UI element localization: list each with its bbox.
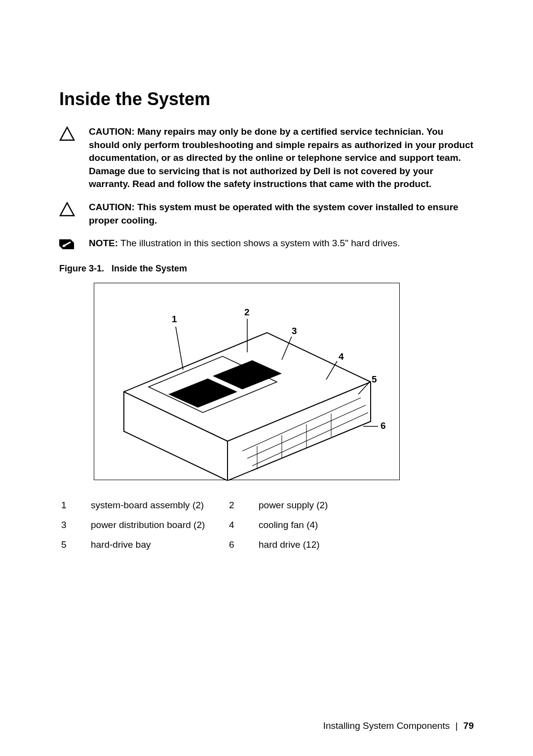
legend-text: cooling fan (4) [259,520,387,530]
legend-text: hard-drive bay [91,539,219,550]
note-label: NOTE: [89,238,118,248]
legend-num: 1 [61,500,81,511]
page-footer: Installing System Components | 79 [323,720,474,731]
diagram-label-4: 4 [339,351,344,362]
caution-text: CAUTION: This system must be operated wi… [89,201,474,227]
legend-num: 2 [229,500,249,511]
diagram-label-6: 6 [381,420,386,431]
diagram-label-1: 1 [172,314,177,325]
legend-num: 4 [229,520,249,530]
legend-num: 3 [61,520,81,530]
figure-caption: Figure 3-1. Inside the System [59,264,474,274]
legend-text: hard drive (12) [259,539,387,550]
note-text: NOTE: The illustration in this section s… [89,237,474,250]
legend-num: 5 [61,539,81,550]
legend-text: power distribution board (2) [91,520,219,530]
note-icon [59,237,89,253]
footer-section: Installing System Components [323,720,450,731]
diagram-label-2: 2 [244,307,250,318]
legend-text: power supply (2) [259,500,387,511]
figure-number: Figure 3-1. [59,264,104,273]
note-body-text: The illustration in this section shows a… [120,238,400,248]
note-block: NOTE: The illustration in this section s… [59,237,474,253]
caution-block: CAUTION: Many repairs may only be done b… [59,125,474,191]
footer-page-number: 79 [463,720,474,731]
page-heading: Inside the System [59,89,474,110]
caution-body-text: Many repairs may only be done by a certi… [89,126,473,189]
svg-marker-1 [60,203,74,216]
caution-block: CAUTION: This system must be operated wi… [59,201,474,227]
legend-text: system-board assembly (2) [91,500,219,511]
svg-point-4 [63,245,66,247]
svg-line-19 [176,327,183,370]
caution-icon [59,201,89,219]
figure-diagram: 1 2 3 4 5 6 [94,283,400,480]
figure-legend: 1 system-board assembly (2) 2 power supp… [59,500,474,550]
caution-label: CAUTION: [89,126,135,137]
caution-label: CAUTION: [89,202,135,212]
footer-separator: | [456,720,458,731]
svg-marker-0 [60,127,74,140]
diagram-label-5: 5 [372,374,377,385]
figure-title: Inside the System [112,264,187,273]
caution-icon [59,125,89,143]
caution-body-text: This system must be operated with the sy… [89,202,458,226]
diagram-label-3: 3 [292,326,297,337]
legend-num: 6 [229,539,249,550]
caution-text: CAUTION: Many repairs may only be done b… [89,125,474,191]
